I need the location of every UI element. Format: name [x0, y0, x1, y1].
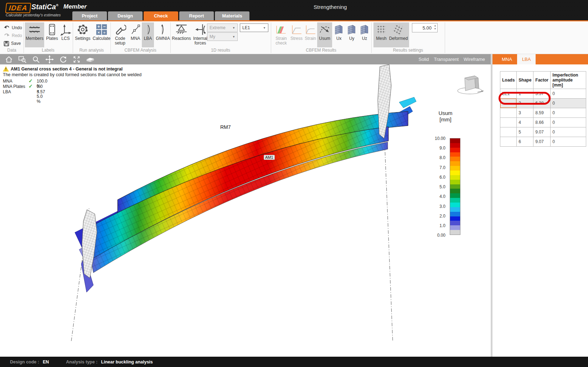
view-mode-transparent[interactable]: Transparent: [434, 57, 459, 62]
rotate-button[interactable]: [58, 55, 68, 64]
lcs-button[interactable]: LCS: [59, 22, 72, 47]
group-label-results-settings: Results settings: [371, 48, 445, 53]
analysis-type-label: Analysis type :: [66, 360, 97, 365]
model-fin: [399, 97, 416, 108]
gmnia-icon: [158, 23, 168, 36]
plates-icon: [46, 23, 58, 36]
group-label-data: Data: [0, 48, 24, 53]
calculate-icon: + − × ÷: [96, 23, 108, 36]
member-label-am1: AM1: [264, 155, 275, 160]
table-row[interactable]: 5 9.07 0: [500, 127, 586, 137]
lba-button[interactable]: LBA: [142, 22, 154, 47]
spinner-down-icon[interactable]: ▼: [434, 27, 436, 31]
stress-icon: [290, 23, 303, 36]
redo-button[interactable]: Redo: [4, 32, 22, 39]
chevron-down-icon: ▼: [232, 26, 235, 30]
settings-button[interactable]: Settings: [74, 22, 91, 47]
brand-statica: StatiCa®: [31, 3, 58, 11]
table-header-row: Loads Shape Factor Imperfection amplitud…: [500, 72, 586, 89]
strain-check-button[interactable]: Strain check: [273, 22, 289, 47]
legend-tick: 0.00: [429, 233, 445, 238]
magnifier-icon: [32, 56, 40, 63]
save-icon: [4, 41, 9, 46]
svg-text:+: +: [97, 24, 100, 29]
ux-button[interactable]: Ux: [333, 22, 345, 47]
group-label-labels: Labels: [24, 48, 73, 53]
view-toolbar: Solid Transparent Wireframe: [0, 54, 491, 64]
group-label-cbfem-analysis: CBFEM Analysis: [110, 48, 170, 53]
col-loads: Loads: [500, 72, 517, 89]
zoom-window-icon: [18, 55, 27, 64]
home-view-button[interactable]: [4, 55, 14, 64]
pan-button[interactable]: [44, 55, 55, 64]
table-row[interactable]: 6 9.07 0: [500, 137, 586, 147]
save-button[interactable]: Save: [4, 40, 21, 47]
zoom-window-button[interactable]: [17, 55, 28, 64]
tab-check[interactable]: Check: [144, 11, 178, 20]
plates-button[interactable]: Plates: [45, 22, 59, 47]
zoom-fit-button[interactable]: [71, 55, 82, 64]
mesh-button[interactable]: Mesh: [374, 22, 388, 47]
stress-button[interactable]: Stress: [289, 22, 304, 47]
uy-icon: [346, 23, 357, 36]
spinner-up-icon[interactable]: ▲: [434, 24, 436, 27]
pan-icon: [45, 55, 54, 64]
legend-color-bar: [450, 138, 460, 235]
col-shape: Shape: [517, 72, 533, 89]
results-panel: MNA LBA Loads Shape Factor Imperfection …: [492, 54, 588, 357]
uz-button[interactable]: Uz: [359, 22, 371, 47]
view-style-button[interactable]: [85, 55, 96, 64]
members-button[interactable]: Members: [25, 22, 44, 47]
table-row[interactable]: 4 8.66 0: [500, 118, 586, 127]
table-row[interactable]: 3 8.59 0: [500, 108, 586, 118]
member-label-rm7: RM7: [220, 124, 231, 130]
extreme-dropdown[interactable]: Extreme▼: [207, 23, 238, 32]
gmnia-button[interactable]: GMNIA: [154, 22, 172, 47]
group-label-1d-results: 1D results: [170, 48, 271, 53]
status-bar: Design code : EN Analysis type : Linear …: [0, 357, 588, 367]
table-row-selected[interactable]: 2 6.38 0: [500, 99, 586, 108]
analysis-type-value: Linear buckling analysis: [101, 360, 153, 365]
results-panel-tabbar: MNA LBA: [492, 54, 588, 64]
loadcase-dropdown[interactable]: LE1▼: [240, 23, 268, 32]
my-dropdown[interactable]: My▼: [207, 32, 238, 41]
tab-materials[interactable]: Materials: [215, 11, 249, 20]
tab-project[interactable]: Project: [72, 11, 107, 20]
col-imperfection: Imperfection amplitude [mm]: [551, 72, 586, 89]
reactions-icon: [175, 23, 188, 36]
view-mode-wireframe[interactable]: Wireframe: [464, 57, 485, 62]
panel-tab-mna[interactable]: MNA: [497, 54, 517, 64]
panel-tab-lba[interactable]: LBA: [517, 54, 536, 64]
strain-icon: [304, 23, 316, 36]
mna-button[interactable]: MNA: [129, 22, 142, 47]
uy-button[interactable]: Uy: [346, 22, 358, 47]
registered-mark: ®: [56, 4, 58, 7]
legend-tick: 8.0: [429, 155, 445, 160]
undo-button[interactable]: Undo: [4, 24, 22, 31]
model-viewport[interactable]: ! AM1 General cross section 4 - General …: [0, 64, 491, 357]
tab-design[interactable]: Design: [108, 11, 143, 20]
zoom-button[interactable]: [31, 55, 41, 64]
deformed-button[interactable]: Deformed: [388, 22, 408, 47]
table-row[interactable]: LE1 1 3.57 0: [500, 89, 586, 99]
usum-button[interactable]: Usum: [317, 22, 332, 47]
internal-forces-icon: [194, 23, 206, 36]
title-bar: IDEA StatiCa® Member Calculate yesterday…: [0, 0, 588, 20]
reactions-button[interactable]: Reactions: [172, 22, 191, 47]
legend-tick: 9.0: [429, 146, 445, 151]
spinner-arrows[interactable]: ▲▼: [434, 24, 436, 31]
brand-tagline: Calculate yesterday's estimates: [6, 13, 61, 17]
group-label-cbfem-results: CBFEM Results: [271, 48, 371, 53]
tab-report[interactable]: Report: [179, 11, 214, 20]
deformed-scale-input[interactable]: 5.00 ▲▼: [412, 23, 438, 32]
view-mode-solid[interactable]: Solid: [419, 57, 429, 62]
design-code-label: Design code :: [10, 360, 39, 365]
code-setup-button[interactable]: Code setup: [112, 22, 128, 47]
strain-button[interactable]: Strain: [304, 22, 317, 47]
settings-gear-icon: [76, 23, 89, 36]
view-cube[interactable]: [457, 72, 484, 96]
calculate-button[interactable]: + − × ÷ Calculate: [92, 22, 111, 47]
legend-tick: 3.0: [429, 204, 445, 209]
legend-tick: 10.00: [429, 136, 445, 141]
legend-tick: 1.0: [429, 223, 445, 228]
